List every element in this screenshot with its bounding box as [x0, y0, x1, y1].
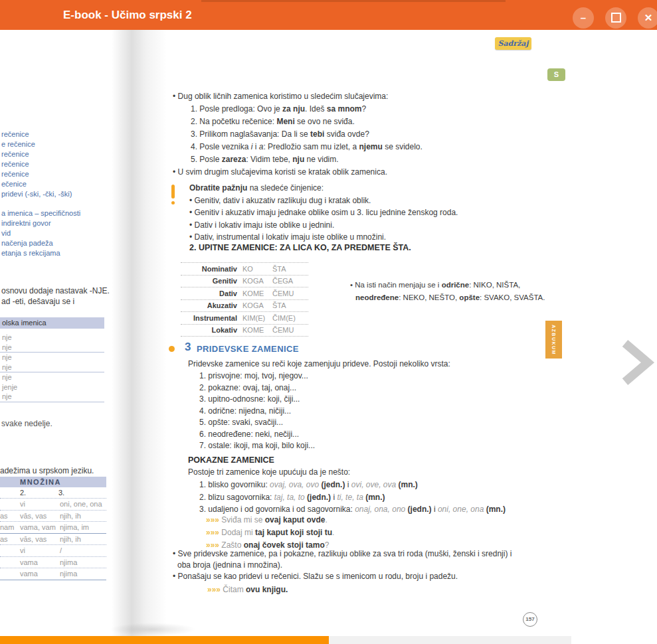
- left-page-table-mnozina: MNOŽINA 2. 3. vi oni, one, ona as vās, v…: [0, 477, 106, 580]
- toc-item: rečenice: [1, 159, 80, 169]
- toc-item: ečenice: [1, 179, 80, 189]
- table-row: Dativ KOME ČEMU: [181, 287, 308, 299]
- pronoun-types-list: 1. prisvojne: moj, tvoj, njegov...2. pok…: [199, 370, 315, 452]
- example-line: »»» Sviđa mi se ovaj kaput ovde.: [206, 514, 334, 526]
- next-page-button[interactable]: [619, 339, 655, 386]
- left-page-note: svake nedelje.: [1, 419, 52, 428]
- list-item: 2. blizu sagovornika: taj, ta, to (jedn.…: [199, 491, 506, 504]
- table-cell: ČIM(E): [272, 314, 308, 322]
- table-cell: nam: [0, 522, 20, 533]
- chevron-right-icon: [619, 339, 655, 386]
- table-cell: as: [0, 534, 20, 545]
- toc-item: e rečenice: [1, 139, 80, 149]
- list-item: 2. pokazne: ovaj, taj, onaj...: [199, 382, 315, 394]
- table-cell: vama: [20, 568, 60, 580]
- left-page-toc: rečenicee rečenicerečenicerečenicerečeni…: [1, 129, 80, 258]
- column-header: 2.: [20, 487, 58, 498]
- table-row: Instrumental KIM(E) ČIM(E): [181, 311, 308, 324]
- book-spine-gradient: [112, 30, 175, 636]
- table-cell: njih, ih: [60, 511, 106, 522]
- toc-item: vid: [1, 228, 80, 238]
- table-cell: /: [60, 545, 106, 556]
- table-cell: KO: [242, 265, 272, 273]
- table-row: Lokativ KOME ČEMU: [181, 324, 308, 337]
- table-cell: njima: [60, 557, 106, 568]
- table-cell: KOGA: [242, 301, 272, 309]
- text-line: »»» Čitam ovu knjigu.: [173, 582, 512, 596]
- maximize-button[interactable]: [605, 7, 626, 29]
- page-number-badge: 157: [523, 612, 537, 627]
- snippet-line: osnovu dodaje nastavak -NJE.: [1, 285, 110, 296]
- text-line: • Genitiv i akuzativ imaju jednake oblik…: [189, 206, 458, 219]
- case-table: Nominativ KO ŠTA Genitiv KOGA ČEGA Dativ…: [181, 262, 308, 337]
- table-row: jenje: [0, 382, 104, 392]
- table-cell: ČEMU: [272, 326, 308, 334]
- window-title: E-book - Učimo srpski 2: [63, 0, 192, 30]
- table-cell: vi: [20, 499, 60, 510]
- text-line: • Na isti način menjaju se i odrične: NI…: [350, 279, 545, 291]
- section-intro: Pridevske zamenice su reči koje zamenjuj…: [188, 359, 450, 368]
- list-item: 4. odrične: nijedna, ničiji...: [199, 406, 315, 418]
- list-item: 3. upitno-odnosne: koji, čiji...: [199, 394, 315, 406]
- toc-item: rečenice: [1, 149, 80, 159]
- table-row: vi oni, one, ona: [0, 499, 106, 511]
- page-progress-bar[interactable]: [0, 636, 657, 644]
- s-bookmark-tab[interactable]: S: [547, 68, 565, 81]
- left-page-table-imenica: olska imenica njenjenjenjenjejenjenje: [0, 317, 104, 402]
- toc-item: rečenice: [1, 129, 80, 139]
- column-header: 3.: [58, 487, 64, 498]
- maximize-icon: [611, 13, 621, 23]
- side-note: • Na isti način menjaju se i odrične: NI…: [350, 279, 545, 304]
- table-cell: vās, vas: [20, 534, 60, 545]
- table-cell: oni, one, ona: [60, 499, 106, 510]
- table-row: nje: [0, 362, 104, 373]
- text-line: oba broja (jednina i množina).: [173, 560, 512, 571]
- table-cell: ŠTA: [272, 265, 308, 273]
- text-line: • Dug oblik ličnih zamenica koristimo u …: [173, 90, 422, 103]
- table-row: Genitiv KOGA ČEGA: [181, 275, 308, 287]
- sadrzaj-button[interactable]: Sadržaj: [495, 37, 531, 50]
- table-cell: KOGA: [242, 277, 272, 285]
- section-number: 3: [185, 341, 191, 354]
- list-item: 5. opšte: svaki, svačiji...: [199, 417, 315, 429]
- list-item: 7. ostale: ikoji, ma koji, bilo koji...: [199, 440, 315, 452]
- case-label: Dativ: [181, 289, 242, 297]
- table-cell: KOME: [242, 289, 272, 297]
- table-cell: [0, 557, 20, 568]
- table-cell: [0, 568, 20, 580]
- toc-item: pridevi (-ski, -čki, -ški): [1, 189, 80, 199]
- azbukum-bookmark-tab[interactable]: AZBUKUM: [545, 321, 562, 359]
- table-row: as vās, vas njih, ih: [0, 511, 106, 523]
- table-row: nje: [0, 392, 104, 402]
- section-heading-upitne-zamenice: 2. UPITNE ZAMENICE: ZA LICA KO, ZA PREDM…: [189, 243, 411, 252]
- table-row: Akuzativ KOGA ŠTA: [181, 299, 308, 312]
- closing-notes: • Sve pridevske zamenice, pa i pokazne, …: [173, 548, 512, 595]
- table-row: nam vama, vam njima, im: [0, 522, 106, 534]
- toc-item: načenja padeža: [1, 238, 80, 248]
- table-cell: njima, im: [60, 522, 106, 533]
- table-row: Nominativ KO ŠTA: [181, 262, 308, 275]
- table-row: nje: [0, 343, 104, 353]
- title-bar: E-book - Učimo srpski 2 – ✕: [0, 0, 657, 30]
- table-cell: njima: [60, 568, 106, 580]
- table-cell: vās, vas: [20, 511, 60, 522]
- table-row: nje: [0, 372, 104, 382]
- table-header: MNOŽINA: [0, 477, 106, 487]
- list-item: 1. blisko govorniku: ovaj, ova, ovo (jed…: [199, 479, 506, 491]
- text-line: neodređene: NEKO, NEŠTO, opšte: SVAKO, S…: [350, 291, 545, 304]
- example-line: »»» Dodaj mi taj kaput koji stoji tu.: [206, 526, 334, 539]
- table-row: vama njima: [0, 557, 106, 569]
- close-button[interactable]: ✕: [638, 7, 657, 29]
- case-label: Akuzativ: [181, 301, 242, 309]
- pokazne-zamenice-list: 1. blisko govorniku: ovaj, ova, ovo (jed…: [199, 479, 506, 516]
- text-line: 3. Prilikom naglašavanja: Da li se tebi …: [173, 128, 422, 141]
- text-line: • Sve pridevske zamenice, pa i pokazne, …: [173, 548, 512, 560]
- table-subheader: 2. 3.: [0, 487, 106, 499]
- minimize-button[interactable]: –: [573, 7, 594, 29]
- toc-item: rečenice: [1, 169, 80, 179]
- pokazne-zamenice-intro: Postoje tri zamenice koje upućuju da je …: [188, 467, 350, 477]
- toc-item: etanja s rekcijama: [1, 248, 80, 258]
- azbukum-label: AZBUKUM: [551, 325, 556, 355]
- section-bullet-icon: [169, 346, 175, 352]
- long-form-pronouns-block: • Dug oblik ličnih zamenica koristimo u …: [173, 90, 422, 179]
